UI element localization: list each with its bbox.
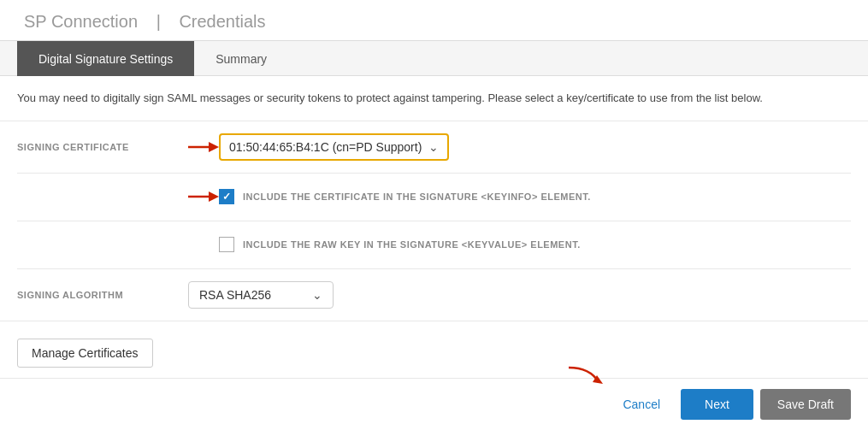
cert-chevron-icon: ⌄ <box>428 140 439 154</box>
page-header: SP Connection | Credentials <box>0 0 868 41</box>
svg-marker-3 <box>209 191 219 202</box>
signing-algo-row: SIGNING ALGORITHM RSA SHA256 ⌄ <box>17 269 851 321</box>
next-button[interactable]: Next <box>681 389 753 420</box>
header-part1: SP Connection <box>24 12 138 31</box>
include-cert-row: INCLUDE THE CERTIFICATE IN THE SIGNATURE… <box>17 174 851 221</box>
signing-algo-control-area: RSA SHA256 ⌄ <box>188 281 851 309</box>
save-draft-button[interactable]: Save Draft <box>760 389 851 420</box>
arrow-icon-checkbox <box>188 188 219 205</box>
arrow-icon-next <box>564 363 607 389</box>
include-cert-label: INCLUDE THE CERTIFICATE IN THE SIGNATURE… <box>243 191 591 202</box>
signing-algo-label: SIGNING ALGORITHM <box>17 290 188 300</box>
signing-cert-row: SIGNING CERTIFICATE 01:50:44:65:B4:1C (c… <box>17 121 851 174</box>
include-raw-key-checkbox[interactable] <box>219 237 234 252</box>
svg-marker-1 <box>209 142 219 152</box>
algo-value-text: RSA SHA256 <box>199 288 312 302</box>
footer: Cancel Next Save Draft <box>0 378 868 430</box>
tab-digital-signature[interactable]: Digital Signature Settings <box>17 41 194 76</box>
include-cert-checkbox[interactable] <box>219 189 234 204</box>
arrow-icon-cert <box>188 138 219 156</box>
algo-chevron-icon: ⌄ <box>312 288 322 302</box>
tabs-bar: Digital Signature Settings Summary <box>0 41 868 76</box>
include-raw-key-row: INCLUDE THE RAW KEY IN THE SIGNATURE <KE… <box>17 221 851 269</box>
include-cert-control-area: INCLUDE THE CERTIFICATE IN THE SIGNATURE… <box>188 188 851 205</box>
signing-algo-select[interactable]: RSA SHA256 ⌄ <box>188 281 334 309</box>
include-raw-key-label: INCLUDE THE RAW KEY IN THE SIGNATURE <KE… <box>243 239 581 250</box>
page-container: SP Connection | Credentials Digital Sign… <box>0 0 868 430</box>
manage-certificates-button[interactable]: Manage Certificates <box>17 339 153 368</box>
cert-value-text: 01:50:44:65:B4:1C (cn=PD Support) <box>229 140 422 154</box>
include-raw-key-control-area: INCLUDE THE RAW KEY IN THE SIGNATURE <KE… <box>188 237 851 252</box>
cancel-button[interactable]: Cancel <box>609 391 674 418</box>
signing-cert-control-area: 01:50:44:65:B4:1C (cn=PD Support) ⌄ <box>188 133 851 161</box>
manage-certs-area: Manage Certificates <box>0 321 868 385</box>
description-text: You may need to digitally sign SAML mess… <box>0 76 868 121</box>
signing-cert-label: SIGNING CERTIFICATE <box>17 142 188 152</box>
tab-summary[interactable]: Summary <box>194 41 288 76</box>
form-section: SIGNING CERTIFICATE 01:50:44:65:B4:1C (c… <box>0 121 868 321</box>
header-part2: Credentials <box>179 12 265 31</box>
signing-cert-select[interactable]: 01:50:44:65:B4:1C (cn=PD Support) ⌄ <box>219 133 449 161</box>
header-separator: | <box>156 12 161 31</box>
